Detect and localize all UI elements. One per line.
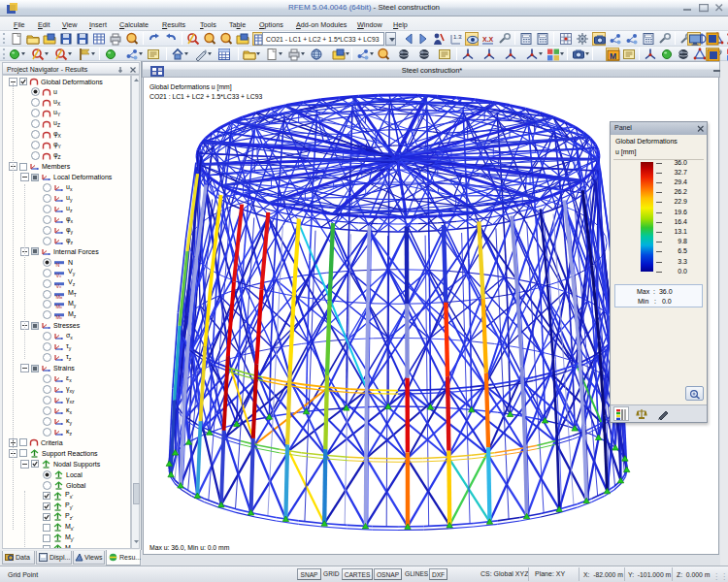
svg-text:1.33: 1.33 <box>453 34 462 40</box>
svg-text:M: M <box>610 50 616 60</box>
svg-text:Mₐ: Mₐ <box>56 293 64 298</box>
svg-text:Vₓ: Vₓ <box>56 272 62 276</box>
svg-text:Vₓ: Vₓ <box>56 282 62 287</box>
svg-text:Mₓ: Mₓ <box>56 304 63 308</box>
svg-text:N: N <box>56 261 60 266</box>
svg-text:Mₓ: Mₓ <box>56 314 63 319</box>
svg-text:X.X: X.X <box>482 36 494 43</box>
